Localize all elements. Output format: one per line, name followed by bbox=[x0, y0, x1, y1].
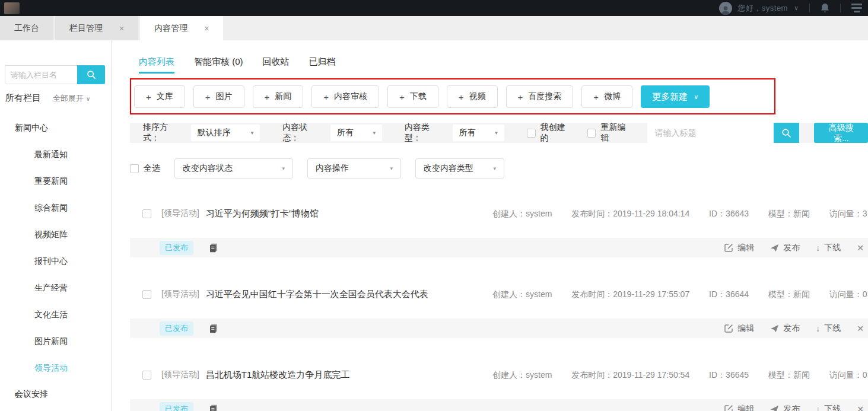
tab-recycle-bin[interactable]: 回收站 bbox=[263, 56, 290, 74]
window-tab-label: 内容管理 bbox=[154, 23, 187, 34]
item-category: [领导活动] bbox=[161, 208, 199, 219]
tree-leaf-label: 视频矩阵 bbox=[34, 230, 68, 240]
offline-button[interactable]: ↓ 下线 bbox=[816, 243, 841, 253]
button-label: 微博 bbox=[604, 91, 621, 102]
sidebar-leaf-5[interactable]: 生产经营 bbox=[0, 282, 111, 295]
advanced-search-button[interactable]: 高级搜索... bbox=[814, 123, 868, 143]
bell-icon[interactable] bbox=[821, 3, 829, 13]
sidebar-leaf-0[interactable]: 最新通知 bbox=[0, 148, 111, 161]
sidebar: 所有栏目 全部展开 ∨ ▼ 新闻中心 最新通知 重要新闻 综合新闻 视频矩阵 报… bbox=[0, 40, 112, 411]
content-item: [领导活动] 昌北机场T1航站楼改造力争月底完工 创建人：system 发布时间… bbox=[112, 350, 868, 411]
sidebar-leaf-2[interactable]: 综合新闻 bbox=[0, 202, 111, 215]
create-library-button[interactable]: +文库 bbox=[134, 85, 185, 108]
user-avatar[interactable] bbox=[719, 2, 732, 15]
offline-button[interactable]: ↓ 下线 bbox=[816, 404, 841, 411]
top-bar-right: 您好，system ∨ bbox=[719, 0, 862, 16]
change-type-select[interactable]: 改变内容类型 ▾ bbox=[415, 158, 504, 179]
tree-closed-icon[interactable]: ▶ bbox=[0, 391, 15, 397]
content-status-select[interactable]: 所有 ▾ bbox=[330, 125, 382, 141]
publish-button[interactable]: 发布 bbox=[770, 323, 800, 334]
tree-leaf-label: 综合新闻 bbox=[34, 203, 68, 214]
content-type-select[interactable]: 所有 ▾ bbox=[453, 125, 504, 141]
change-status-select[interactable]: 改变内容状态 ▾ bbox=[174, 158, 293, 179]
title-search-button[interactable] bbox=[774, 123, 799, 143]
close-icon[interactable]: × bbox=[204, 24, 209, 33]
item-title[interactable]: 习近平会见中国红十字会第十一次全国会员代表大会代表 bbox=[206, 289, 428, 300]
document-copy-icon[interactable] bbox=[209, 404, 218, 411]
tree-open-icon[interactable]: ▼ bbox=[0, 125, 15, 131]
item-checkbox[interactable] bbox=[142, 371, 151, 380]
create-content-audit-button[interactable]: +内容审核 bbox=[311, 85, 379, 108]
edit-button[interactable]: 编辑 bbox=[724, 243, 754, 253]
tree-node-meeting[interactable]: ▶ 会议安排 bbox=[0, 388, 111, 401]
edit-button[interactable]: 编辑 bbox=[724, 323, 754, 334]
main-content: 内容列表 智能审核 (0) 回收站 已归档 +文库 +图片 +新闻 +内容审核 … bbox=[112, 40, 868, 411]
delete-button[interactable]: ✕ 删 bbox=[857, 404, 868, 411]
more-create-button[interactable]: 更多新建∨ bbox=[641, 85, 710, 108]
chevron-down-icon[interactable]: ∨ bbox=[794, 4, 799, 12]
edit-button[interactable]: 编辑 bbox=[724, 404, 754, 411]
document-copy-icon[interactable] bbox=[209, 324, 218, 333]
tab-smart-audit[interactable]: 智能审核 (0) bbox=[194, 56, 243, 74]
content-action-select[interactable]: 内容操作 ▾ bbox=[307, 158, 401, 179]
menu-icon[interactable] bbox=[851, 4, 862, 12]
publish-time-text: 发布时间：2019-11-29 18:04:14 bbox=[571, 209, 689, 218]
column-search-button[interactable] bbox=[77, 65, 105, 84]
bulk-action-bar: 全选 改变内容状态 ▾ 内容操作 ▾ 改变内容类型 ▾ bbox=[130, 158, 504, 179]
action-label: 下线 bbox=[824, 243, 841, 253]
column-search-input[interactable] bbox=[5, 65, 77, 84]
create-baidu-search-button[interactable]: +百度搜索 bbox=[506, 85, 574, 108]
create-image-button[interactable]: +图片 bbox=[193, 85, 244, 108]
close-icon[interactable]: × bbox=[119, 24, 124, 33]
item-checkbox[interactable] bbox=[142, 290, 151, 299]
window-tab-column-management[interactable]: 栏目管理 × bbox=[55, 16, 138, 40]
create-download-button[interactable]: +下载 bbox=[387, 85, 438, 108]
visits-text: 访问量：0 bbox=[829, 370, 867, 380]
divider bbox=[840, 4, 841, 12]
document-copy-icon[interactable] bbox=[209, 243, 218, 253]
item-meta: 创建人：system 发布时间：2019-11-29 17:55:07 ID：3… bbox=[492, 289, 868, 300]
item-checkbox[interactable] bbox=[142, 209, 151, 218]
item-title[interactable]: 昌北机场T1航站楼改造力争月底完工 bbox=[206, 369, 350, 381]
button-label: 内容审核 bbox=[334, 91, 367, 102]
tree-node-news-center[interactable]: ▼ 新闻中心 bbox=[0, 122, 111, 135]
publish-button[interactable]: 发布 bbox=[770, 404, 800, 411]
window-tab-workbench[interactable]: 工作台 bbox=[0, 16, 53, 40]
plus-icon: + bbox=[518, 92, 523, 102]
create-video-button[interactable]: +视频 bbox=[447, 85, 498, 108]
tab-content-list[interactable]: 内容列表 bbox=[139, 56, 174, 74]
sidebar-leaf-6[interactable]: 文化生活 bbox=[0, 308, 111, 321]
delete-button[interactable]: ✕ 删 bbox=[857, 243, 868, 253]
re-edit-checkbox[interactable] bbox=[587, 129, 596, 138]
sidebar-leaf-4[interactable]: 报刊中心 bbox=[0, 255, 111, 268]
expand-all-link[interactable]: 全部展开 bbox=[53, 93, 84, 104]
search-icon bbox=[87, 70, 96, 79]
publish-button[interactable]: 发布 bbox=[770, 243, 800, 253]
divider bbox=[809, 4, 810, 12]
delete-button[interactable]: ✕ 删 bbox=[857, 323, 868, 334]
sort-select[interactable]: 默认排序 ▾ bbox=[191, 125, 260, 141]
tree-node-label: 新闻中心 bbox=[15, 123, 48, 133]
sidebar-leaf-1[interactable]: 重要新闻 bbox=[0, 175, 111, 188]
action-label: 发布 bbox=[783, 323, 800, 334]
sidebar-leaf-3[interactable]: 视频矩阵 bbox=[0, 228, 111, 241]
item-title-row: [领导活动] 习近平为何频频“打卡”博物馆 bbox=[142, 206, 319, 221]
title-search bbox=[647, 123, 799, 143]
my-created-checkbox[interactable] bbox=[527, 129, 536, 138]
tab-archived[interactable]: 已归档 bbox=[309, 56, 336, 74]
title-search-input[interactable] bbox=[647, 123, 774, 143]
sidebar-leaf-7[interactable]: 图片新闻 bbox=[0, 335, 111, 348]
window-tab-content-management[interactable]: 内容管理 × bbox=[140, 16, 223, 40]
chevron-down-icon[interactable]: ∨ bbox=[86, 95, 90, 102]
offline-button[interactable]: ↓ 下线 bbox=[816, 323, 841, 334]
sidebar-leaf-selected[interactable]: 领导活动 bbox=[0, 362, 111, 375]
greeting-text[interactable]: 您好，system bbox=[737, 3, 788, 14]
select-all-checkbox[interactable] bbox=[130, 164, 139, 173]
item-title[interactable]: 习近平为何频频“打卡”博物馆 bbox=[206, 208, 319, 219]
create-weibo-button[interactable]: +微博 bbox=[581, 85, 632, 108]
create-news-button[interactable]: +新闻 bbox=[253, 85, 304, 108]
plus-icon: + bbox=[399, 92, 405, 102]
content-status-label: 内容状态： bbox=[282, 122, 323, 144]
button-label: 更多新建 bbox=[652, 91, 688, 103]
button-label: 视频 bbox=[469, 91, 486, 102]
